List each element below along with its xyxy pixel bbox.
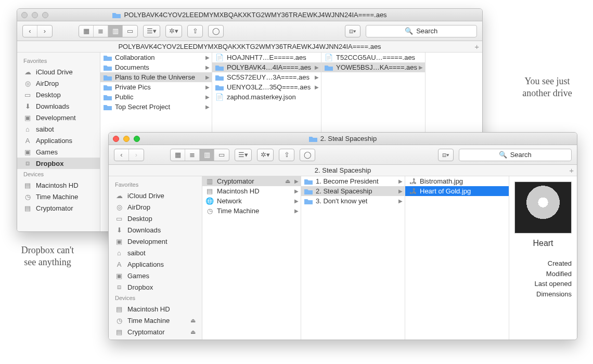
list-item[interactable]: 1. Become President▶ xyxy=(301,176,405,186)
gallery-view[interactable]: ▭ xyxy=(123,25,137,37)
add-tab-button[interactable]: + xyxy=(569,166,574,175)
search-field[interactable]: 🔍 Search xyxy=(459,149,572,161)
list-item[interactable]: Private Pics▶ xyxy=(100,82,212,92)
sidebar-item-desktop[interactable]: ▭Desktop xyxy=(109,213,202,224)
sidebar-item-applications[interactable]: AApplications xyxy=(17,135,100,146)
list-item[interactable]: Plans to Rule the Universe▶ xyxy=(100,72,212,82)
list-item[interactable]: YOWE5BSJ…KA====.aes▶ xyxy=(321,62,425,72)
list-item[interactable]: 🏞Heart of Gold.jpg xyxy=(405,186,509,196)
titlebar[interactable]: 2. Steal Spaceship xyxy=(109,133,577,145)
nav-buttons[interactable]: ‹ › xyxy=(22,25,53,37)
zoom-button[interactable] xyxy=(134,136,140,142)
action-button[interactable]: ✲▾ xyxy=(165,25,182,37)
list-item[interactable]: 📄zaphod.masterkey.json xyxy=(212,92,321,102)
list-item[interactable]: 2. Steal Spaceship▶ xyxy=(301,186,405,196)
network-icon: 🌐 xyxy=(205,197,214,205)
sidebar-item-timemachine[interactable]: ◷Time Machine⏏ xyxy=(109,315,202,326)
list-item[interactable]: UENYO3LZ…35Q====.aes▶ xyxy=(212,82,321,92)
sidebar-item-dropbox[interactable]: ⧈Dropbox xyxy=(109,281,202,293)
list-item[interactable]: 📄HOAJNHT7…E=====.aes xyxy=(212,53,321,62)
back-button[interactable]: ‹ xyxy=(23,25,37,37)
drive-icon: ▥ xyxy=(205,177,214,186)
list-item[interactable]: SC5S72EUY…3A====.aes▶ xyxy=(212,72,321,82)
sidebar-item-development[interactable]: ▣Development xyxy=(17,112,100,123)
forward-button[interactable]: › xyxy=(129,149,144,161)
eject-icon[interactable]: ⏏ xyxy=(285,178,290,185)
column-view[interactable]: ▥ xyxy=(108,25,123,37)
sidebar-item-applications[interactable]: AApplications xyxy=(109,258,202,270)
zoom-button[interactable] xyxy=(42,12,48,18)
view-switcher[interactable]: ▦ ≣ ▥ ▭ xyxy=(170,149,229,161)
dropbox-button[interactable]: ⧈▾ xyxy=(438,149,454,161)
sidebar-item-icloud[interactable]: ☁iCloud Drive xyxy=(109,190,202,201)
folder-icon: ▣ xyxy=(115,237,123,245)
sidebar-item-home[interactable]: ⌂saibot xyxy=(109,247,202,258)
view-switcher[interactable]: ▦ ≣ ▥ ▭ xyxy=(79,25,138,37)
sidebar-item-games[interactable]: ▣Games xyxy=(109,270,202,281)
list-item[interactable]: POLYBAVK4…4IA====.aes▶ xyxy=(212,62,321,72)
list-item[interactable]: 📄T52CCG5AU…=====.aes xyxy=(321,53,425,62)
timemachine-icon: ◷ xyxy=(115,316,123,324)
icon-view[interactable]: ▦ xyxy=(171,149,185,161)
list-item[interactable]: 🏞Bistromath.jpg xyxy=(405,176,509,186)
nav-buttons[interactable]: ‹ › xyxy=(114,149,144,161)
dropbox-icon: ⧈ xyxy=(115,283,123,291)
back-button[interactable]: ‹ xyxy=(114,149,129,161)
eject-icon[interactable]: ⏏ xyxy=(190,329,196,335)
add-tab-button[interactable]: + xyxy=(474,42,479,51)
share-button[interactable]: ⇧ xyxy=(187,25,203,37)
icon-view[interactable]: ▦ xyxy=(79,25,94,37)
cloud-icon: ☁ xyxy=(23,68,32,76)
sidebar-item-home[interactable]: ⌂saibot xyxy=(17,123,100,135)
search-field[interactable]: 🔍 Search xyxy=(366,25,478,37)
forward-button[interactable]: › xyxy=(37,25,52,37)
column-view[interactable]: ▥ xyxy=(200,149,214,161)
sidebar-item-desktop[interactable]: ▭Desktop xyxy=(17,89,100,100)
sidebar-item-cryptomator[interactable]: ▤Cryptomator xyxy=(17,202,100,214)
sidebar-item-icloud[interactable]: ☁iCloud Drive xyxy=(17,66,100,77)
sidebar-item-downloads[interactable]: ⬇Downloads xyxy=(109,224,202,236)
tags-button[interactable]: ◯ xyxy=(208,25,224,37)
list-item[interactable]: 🌐Network▶ xyxy=(202,196,301,206)
list-item[interactable]: ◷Time Machine▶ xyxy=(202,206,301,216)
desktop-icon: ▭ xyxy=(23,90,32,99)
sidebar-item-hd[interactable]: ▤Macintosh HD xyxy=(109,303,202,315)
path-bar: 2. Steal Spaceship + xyxy=(109,165,577,176)
list-item[interactable]: ▥Cryptomator⏏▶ xyxy=(202,176,301,186)
list-item[interactable]: Documents▶ xyxy=(100,62,212,72)
gallery-view[interactable]: ▭ xyxy=(214,149,229,161)
sidebar-item-dropbox[interactable]: ⧈Dropbox xyxy=(17,158,100,169)
action-button[interactable]: ✲▾ xyxy=(257,149,274,161)
list-item[interactable]: 3. Don't know yet▶ xyxy=(301,196,405,206)
close-button[interactable] xyxy=(21,12,28,18)
close-button[interactable] xyxy=(113,136,119,142)
list-view[interactable]: ≣ xyxy=(94,25,108,37)
sidebar-item-cryptomator[interactable]: ▤Cryptomator⏏ xyxy=(109,326,202,337)
list-item[interactable]: Collaboration▶ xyxy=(100,53,212,62)
sidebar-heading-devices: Devices xyxy=(17,169,100,179)
titlebar[interactable]: POLYBAVK4CYOV2LEEDMYMXBQAKXKTG2WMY36TRAE… xyxy=(17,9,482,21)
tags-button[interactable]: ◯ xyxy=(300,149,315,161)
sidebar-item-airdrop[interactable]: ◎AirDrop xyxy=(109,201,202,213)
sidebar-item-hd[interactable]: ▤Macintosh HD xyxy=(17,179,100,191)
home-icon: ⌂ xyxy=(23,125,32,133)
arrange-button[interactable]: ☰▾ xyxy=(143,25,160,37)
sidebar-item-games[interactable]: ▣Games xyxy=(17,146,100,158)
sidebar-item-development[interactable]: ▣Development xyxy=(109,236,202,247)
eject-icon[interactable]: ⏏ xyxy=(190,317,196,324)
sidebar-item-airdrop[interactable]: ◎AirDrop xyxy=(17,77,100,89)
list-item[interactable]: Top Secret Project▶ xyxy=(100,102,212,112)
sidebar-item-downloads[interactable]: ⬇Downloads xyxy=(17,100,100,112)
list-view[interactable]: ≣ xyxy=(185,149,200,161)
arrange-button[interactable]: ☰▾ xyxy=(235,149,252,161)
minimize-button[interactable] xyxy=(123,136,130,142)
minimize-button[interactable] xyxy=(32,12,38,18)
list-item[interactable]: ▤Macintosh HD▶ xyxy=(202,186,301,196)
list-item[interactable]: Public▶ xyxy=(100,92,212,102)
sidebar: Favorites ☁iCloud Drive ◎AirDrop ▭Deskto… xyxy=(109,176,202,340)
image-icon: 🏞 xyxy=(408,177,417,186)
sidebar-item-timemachine[interactable]: ◷Time Machine xyxy=(17,191,100,202)
dropbox-button[interactable]: ⧈▾ xyxy=(345,25,360,37)
column-3: 🏞Bistromath.jpg 🏞Heart of Gold.jpg xyxy=(405,176,509,340)
share-button[interactable]: ⇧ xyxy=(279,149,294,161)
